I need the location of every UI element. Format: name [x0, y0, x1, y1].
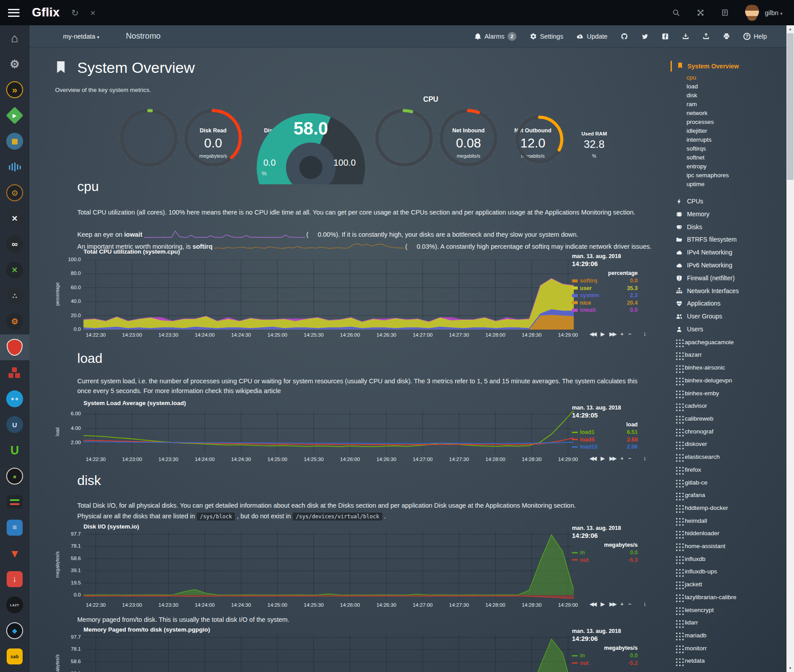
skip-back-button[interactable]: ◀◀ — [590, 455, 596, 461]
skip-forward-button[interactable]: ▶▶ — [610, 601, 616, 607]
skip-forward-button[interactable]: ▶▶ — [610, 331, 616, 337]
nav-group-users[interactable]: Users — [671, 323, 786, 336]
nav-sub-processes[interactable]: processes — [671, 118, 786, 127]
legend-entry-system[interactable]: system2.3 — [572, 292, 638, 299]
nav-app-firefox[interactable]: firefox — [671, 464, 786, 477]
nav-sub-disk[interactable]: disk — [671, 91, 786, 100]
header-alarms-button[interactable]: Alarms2 — [474, 32, 516, 41]
chart-plot-cpu[interactable] — [83, 260, 574, 330]
app-bluetile-rail-item[interactable]: ≡ — [0, 515, 29, 541]
legend-entry-nice[interactable]: nice20.4 — [572, 299, 638, 307]
app-ubooquity-rail-item[interactable]: U — [0, 437, 29, 463]
header-facebook-button[interactable] — [662, 33, 669, 40]
nav-sub-network[interactable]: network — [671, 109, 786, 118]
legend-entry-load15[interactable]: load152.06 — [572, 443, 638, 451]
nav-app-lazylibrarian-calibre[interactable]: lazylibrarian-calibre — [671, 591, 786, 604]
chart-plot-pgpgio[interactable] — [83, 635, 574, 672]
nav-group-memory[interactable]: Memory — [671, 208, 786, 221]
hostname[interactable]: Nostromo — [126, 32, 161, 41]
nav-app-mariadb[interactable]: mariadb — [671, 629, 786, 642]
nav-group-network-interfaces[interactable]: Network Interfaces — [671, 285, 786, 298]
fullscreen-icon[interactable] — [697, 9, 704, 16]
app-bone-rail-item[interactable]: ∞ — [0, 231, 29, 257]
legend-entry-iowait[interactable]: iowait0.0 — [572, 306, 638, 314]
nav-group-ipv6-networking[interactable]: IPv6 Networking — [671, 259, 786, 272]
app-xwing-rail-item[interactable]: × — [0, 206, 29, 231]
refresh-icon[interactable]: ↻ — [71, 8, 79, 17]
scrollbar[interactable]: ▲ ▼ — [786, 25, 794, 672]
nav-app-chronograf[interactable]: chronograf — [671, 425, 786, 438]
header-github-button[interactable] — [621, 33, 628, 40]
app-netdata-rail-item[interactable] — [0, 334, 29, 360]
nav-app-jackett[interactable]: jackett — [671, 578, 786, 591]
nav-sub-interrupts[interactable]: interrupts — [671, 135, 786, 144]
resize-handle[interactable]: ↕ — [643, 330, 647, 337]
nav-app-influxdb-ups[interactable]: influxdb-ups — [671, 565, 786, 578]
scroll-down-arrow[interactable]: ▼ — [786, 664, 794, 672]
app-sabnzbd-rail-item[interactable]: sab — [0, 644, 29, 669]
app-cubes-rail-item[interactable] — [0, 360, 29, 386]
app-nodes-rail-item[interactable]: ∴ — [0, 283, 29, 309]
zoom-out-button[interactable]: − — [628, 456, 631, 461]
header-upload-button[interactable] — [703, 33, 710, 40]
nav-sub-uptime[interactable]: uptime — [671, 180, 786, 189]
app-download-rail-item[interactable]: ↓ — [0, 566, 29, 592]
settings-gear-rail-item[interactable]: ⚙ — [0, 51, 29, 77]
nav-app-hddtemp-docker[interactable]: hddtemp-docker — [671, 502, 786, 515]
nav-app-binhex-delugevpn[interactable]: binhex-delugevpn — [671, 374, 786, 387]
app-jackett-rail-item[interactable]: ⊙ — [0, 180, 29, 206]
nav-app-lidarr[interactable]: lidarr — [671, 616, 786, 629]
search-icon[interactable] — [672, 9, 680, 16]
close-icon[interactable]: × — [90, 8, 95, 17]
app-airsonic-rail-item[interactable] — [0, 154, 29, 180]
nav-group-ipv4-networking[interactable]: IPv4 Networking — [671, 246, 786, 259]
app-nzbget-rail-item[interactable]: × — [0, 257, 29, 283]
nav-app-netdata[interactable]: netdata — [671, 655, 786, 668]
zoom-in-button[interactable]: + — [620, 601, 623, 607]
legend-entry-in[interactable]: in0.0 — [572, 652, 638, 660]
nav-sub-entropy[interactable]: entropy — [671, 162, 786, 171]
nav-app-elasticsearch[interactable]: elasticsearch — [671, 451, 786, 464]
nav-sub-ipc-semaphores[interactable]: ipc semaphores — [671, 171, 786, 180]
nav-group-disks[interactable]: Disks — [671, 221, 786, 234]
header-twitter-button[interactable] — [641, 33, 648, 40]
legend-entry-softirq[interactable]: softirq0.0 — [572, 277, 638, 285]
zoom-in-button[interactable]: + — [620, 331, 623, 337]
nav-group-btrfs-filesystem[interactable]: BTRFS filesystem — [671, 233, 786, 246]
play-button[interactable]: ▶ — [601, 331, 605, 337]
header-update-button[interactable]: Update — [576, 33, 607, 40]
legend-entry-load1[interactable]: load16.51 — [572, 429, 638, 436]
nav-app-calibreweb[interactable]: calibreweb — [671, 413, 786, 425]
app-bluedots-rail-item[interactable]: ∘∘ — [0, 386, 29, 412]
pages-icon[interactable] — [721, 9, 729, 16]
legend-entry-load5[interactable]: load52.68 — [572, 436, 638, 444]
nav-group-firewall-netfilter-[interactable]: Firewall (netfilter) — [671, 272, 786, 285]
chart-plot-diskio[interactable] — [83, 532, 574, 599]
scroll-thumb[interactable] — [787, 33, 794, 180]
header-settings-button[interactable]: Settings — [530, 33, 563, 40]
app-unifi-rail-item[interactable]: U — [0, 412, 29, 437]
nav-app-grafana[interactable]: grafana — [671, 489, 786, 502]
app-gitlab-rail-item[interactable]: ▼ — [0, 541, 29, 566]
zoom-out-button[interactable]: − — [628, 331, 631, 337]
nav-sub-softnet[interactable]: softnet — [671, 153, 786, 162]
app-emby-rail-item[interactable]: ▶ — [0, 103, 29, 128]
nav-app-binhex-emby[interactable]: binhex-emby — [671, 387, 786, 400]
nav-app-home-assistant[interactable]: home-assistant — [671, 540, 786, 553]
nav-sub-softirqs[interactable]: softirqs — [671, 144, 786, 153]
nav-app-cadvisor[interactable]: cadvisor — [671, 400, 786, 413]
user-menu[interactable]: gilbn ▾ — [765, 9, 782, 16]
resize-handle[interactable]: ↕ — [643, 455, 647, 461]
chart-plot-load[interactable] — [83, 411, 574, 454]
legend-entry-in[interactable]: in0.0 — [572, 549, 638, 557]
header-help-button[interactable]: ?Help — [743, 33, 767, 40]
nav-app-diskover[interactable]: diskover — [671, 438, 786, 451]
nav-sub-idlejitter[interactable]: idlejitter — [671, 127, 786, 135]
nav-app-letsencrypt[interactable]: letsencrypt — [671, 604, 786, 617]
app-plex-rail-item[interactable]: » — [0, 77, 29, 103]
nav-group-user-groups[interactable]: User Groups — [671, 310, 786, 323]
nav-group-cpus[interactable]: CPUs — [671, 195, 786, 208]
app-droplet-rail-item[interactable]: ◆ — [0, 618, 29, 644]
server-dropdown[interactable]: my-netdata ▾ — [63, 33, 99, 40]
app-monitorr-rail-item[interactable] — [0, 489, 29, 515]
